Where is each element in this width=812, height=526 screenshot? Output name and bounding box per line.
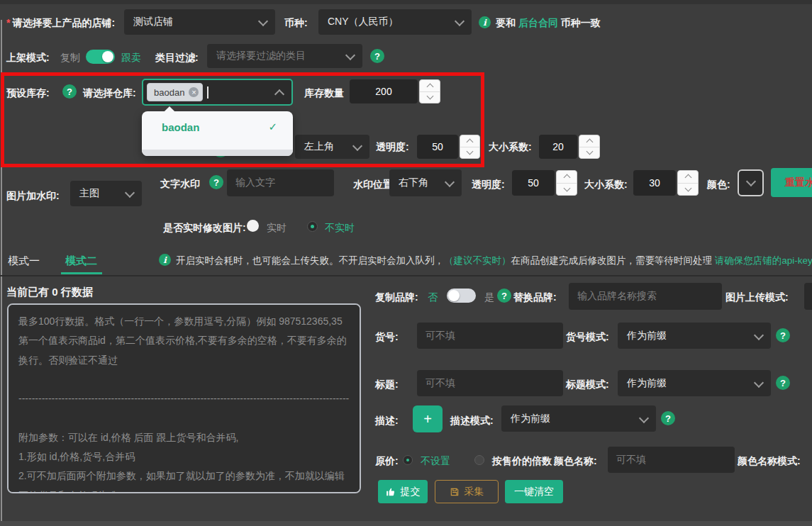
- placeholder-text: 输入品牌名称搜索: [577, 290, 657, 303]
- opacity-input[interactable]: 50: [417, 135, 458, 159]
- text-cursor: [207, 86, 208, 99]
- warehouse-select-label: 请选择仓库:: [83, 86, 136, 100]
- tabs-info-text: 开启实时会耗时，也可能会上传失败。不开启实时会加入队列，（建议不实时）在商品创建…: [176, 254, 812, 268]
- increment-button[interactable]: [678, 171, 698, 183]
- color-name-mode-label: 颜色名称模式:: [738, 454, 801, 468]
- radio-price-multiple[interactable]: [474, 455, 484, 465]
- store-select-value: 测试店铺: [133, 16, 173, 28]
- question-icon[interactable]: ?: [497, 289, 511, 303]
- watermark-position-select-hidden-row[interactable]: 左上角: [295, 135, 369, 159]
- backend-contract-link[interactable]: 后台合同: [518, 17, 558, 28]
- increment-button[interactable]: [557, 171, 577, 183]
- listing-mode-label: 上架模式:: [6, 50, 50, 65]
- chevron-up-icon: [274, 89, 284, 99]
- radio-not-realtime[interactable]: [307, 221, 318, 232]
- radio-realtime[interactable]: [247, 220, 259, 232]
- title-input[interactable]: 可不填: [417, 370, 563, 396]
- warehouse-multiselect[interactable]: baodan ×: [142, 79, 293, 106]
- watermark-target-select[interactable]: 主图: [70, 181, 142, 206]
- divider: [0, 275, 812, 276]
- size-factor-input[interactable]: 20: [539, 135, 577, 159]
- left-edge: [1, 20, 2, 521]
- description-mode-value: 作为前缀: [511, 413, 550, 425]
- category-filter-select[interactable]: 请选择要过滤的类目: [207, 44, 362, 68]
- decrement-button[interactable]: [420, 91, 440, 103]
- description-mode-select[interactable]: 作为前缀: [501, 405, 656, 432]
- collect-button[interactable]: 采集: [435, 480, 499, 503]
- submit-button[interactable]: 提交: [378, 480, 428, 503]
- question-icon[interactable]: ?: [370, 49, 384, 63]
- clear-all-button[interactable]: 一键清空: [505, 480, 563, 503]
- active-tab-underline: [61, 272, 102, 274]
- radio-not-realtime-label[interactable]: 不实时: [325, 220, 355, 235]
- listing-mode-toggle[interactable]: [86, 50, 115, 64]
- dropdown-option-baodan[interactable]: baodan: [162, 121, 199, 133]
- increment-button[interactable]: [579, 135, 599, 147]
- chevron-down-icon: [455, 16, 465, 26]
- placeholder-text: 可不填: [426, 330, 455, 342]
- chevron-down-icon: [563, 184, 570, 191]
- copy-brand-yes-option[interactable]: 是: [484, 290, 494, 304]
- replace-brand-input[interactable]: 输入品牌名称搜索: [569, 283, 722, 310]
- color-picker-dropdown[interactable]: [738, 169, 764, 196]
- stock-qty-input[interactable]: 200: [350, 79, 418, 103]
- color-label: 颜色:: [707, 177, 730, 191]
- copy-brand-label: 复制品牌:: [375, 290, 418, 304]
- panel-arrow: [165, 106, 174, 116]
- question-icon[interactable]: ?: [62, 84, 77, 99]
- question-icon[interactable]: ?: [776, 328, 790, 342]
- currency-note: 要和 后台合同 币种一致: [496, 16, 601, 30]
- tab-mode-1[interactable]: 模式一: [8, 254, 40, 268]
- chevron-down-icon: [125, 188, 135, 198]
- increment-button[interactable]: [460, 135, 479, 147]
- placeholder-text: 可不填: [616, 454, 646, 466]
- image-watermark-label: 图片加水印:: [6, 189, 60, 203]
- radio-no-set[interactable]: [403, 455, 413, 465]
- listing-mode-copy-option[interactable]: 复制: [60, 50, 80, 65]
- currency-select[interactable]: CNY（人民币）: [318, 9, 472, 35]
- radio-price-multiple-label[interactable]: 按售价的倍数: [492, 454, 552, 468]
- copy-brand-toggle[interactable]: [447, 289, 476, 303]
- api-key-link[interactable]: 请确保您店铺的api-key是管理员类型: [715, 255, 812, 266]
- decrement-button[interactable]: [579, 147, 599, 159]
- size-factor-stepper: [677, 170, 699, 196]
- decrement-button[interactable]: [557, 183, 577, 196]
- color-name-input[interactable]: 可不填: [608, 447, 735, 473]
- radio-dot: [311, 225, 314, 228]
- opacity-input[interactable]: 50: [512, 170, 555, 196]
- decrement-button[interactable]: [460, 147, 479, 159]
- title-mode-label: 标题模式:: [566, 377, 609, 391]
- radio-realtime-label[interactable]: 实时: [267, 220, 287, 235]
- listing-mode-follow-option[interactable]: 跟卖: [121, 50, 141, 65]
- row-count-text: 当前已有 0 行数据: [6, 285, 93, 299]
- chevron-up-icon: [586, 138, 593, 145]
- store-select[interactable]: 测试店铺: [124, 9, 275, 35]
- reset-watermark-button[interactable]: 重置水印: [771, 168, 812, 197]
- close-icon[interactable]: ×: [189, 87, 199, 97]
- watermark-text-input[interactable]: 输入文字: [227, 169, 334, 196]
- add-description-button[interactable]: +: [413, 405, 443, 432]
- image-upload-mode-input-clipped[interactable]: [804, 283, 812, 310]
- title-mode-select[interactable]: 作为前缀: [618, 370, 771, 396]
- currency-label: 币种:: [284, 16, 308, 30]
- increment-button[interactable]: [420, 80, 440, 91]
- copy-brand-no-option[interactable]: 否: [428, 290, 438, 304]
- title-label: 标题:: [375, 377, 399, 391]
- chevron-down-icon: [345, 50, 355, 60]
- question-icon[interactable]: ?: [661, 411, 675, 425]
- watermark-position-select[interactable]: 右下角: [389, 169, 462, 196]
- tab-mode-2[interactable]: 模式二: [65, 254, 97, 268]
- store-select-label: *请选择要上产品的店铺:: [6, 16, 115, 30]
- size-factor-input[interactable]: 30: [633, 170, 676, 196]
- question-icon[interactable]: ?: [776, 376, 790, 390]
- bulk-data-textarea[interactable]: [7, 303, 361, 493]
- size-factor-label: 大小系数:: [489, 140, 532, 154]
- radio-dot: [406, 459, 409, 461]
- sku-input[interactable]: 可不填: [417, 323, 563, 349]
- original-price-label: 原价:: [375, 454, 399, 468]
- sku-mode-select[interactable]: 作为前缀: [618, 323, 771, 349]
- decrement-button[interactable]: [678, 183, 698, 196]
- sku-label: 货号:: [375, 330, 399, 344]
- radio-no-set-label[interactable]: 不设置: [421, 454, 450, 468]
- question-icon[interactable]: ?: [209, 175, 223, 189]
